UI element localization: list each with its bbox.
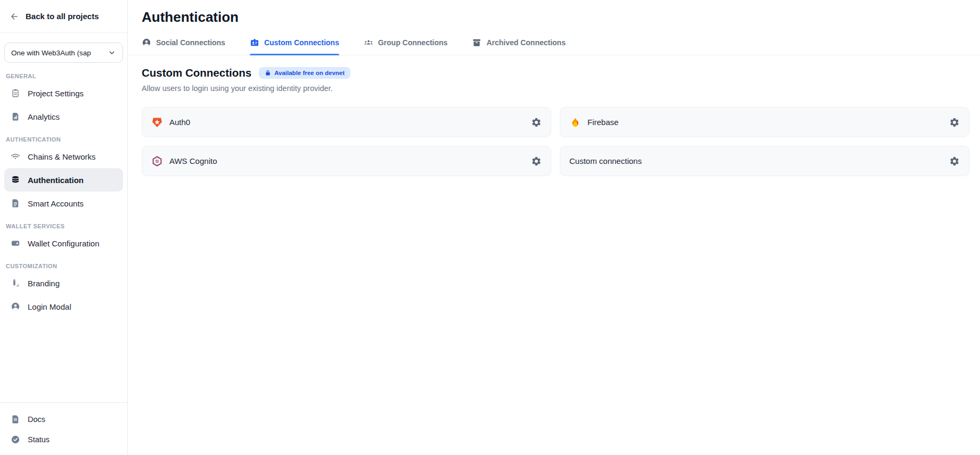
docs-icon [11,415,20,424]
tab-label: Archived Connections [486,38,566,47]
sidebar: Back to all projects One with Web3Auth (… [0,0,128,455]
sidebar-item-label: Authentication [28,176,84,185]
sidebar-item-login-modal[interactable]: Login Modal [4,295,123,318]
gear-icon[interactable] [949,156,960,167]
sidebar-item-chains-networks[interactable]: Chains & Networks [4,145,123,168]
user-circle-icon [11,302,20,311]
tab-label: Custom Connections [264,38,339,47]
sidebar-nav: GENERAL Project Settings Analytics AUTHE… [0,63,127,318]
sidebar-item-label: Status [28,435,50,444]
connection-card-firebase[interactable]: Firebase [560,107,969,137]
lock-icon [265,70,271,76]
connection-card-label: Firebase [587,118,618,127]
sidebar-item-wallet-configuration[interactable]: Wallet Configuration [4,231,123,255]
clipboard-icon [11,88,20,98]
sidebar-item-branding[interactable]: Branding [4,271,123,295]
connection-card-label: Auth0 [169,118,190,127]
sidebar-item-docs[interactable]: Docs [4,409,123,429]
connection-card-aws-cognito[interactable]: AWS Cognito [142,146,551,176]
section-label-customization: CUSTOMIZATION [6,263,123,269]
sidebar-item-analytics[interactable]: Analytics [4,105,123,128]
connection-card-label: AWS Cognito [169,156,217,166]
branding-icon [11,278,20,288]
sidebar-item-status[interactable]: Status [4,429,123,450]
auth0-logo [151,117,163,128]
section-subtitle: Allow users to login using your existing… [142,84,969,93]
section-heading: Custom Connections [142,67,251,79]
connections-grid: Auth0 Firebase [142,107,969,176]
tab-archived-connections[interactable]: Archived Connections [472,38,566,55]
tab-group-connections[interactable]: Group Connections [364,38,448,55]
page-title: Authentication [128,0,980,26]
project-selector-dropdown[interactable]: One with Web3Auth (sap [4,43,123,63]
tab-label: Group Connections [378,38,448,47]
sidebar-footer: Docs Status [0,402,127,455]
section-label-authentication: AUTHENTICATION [6,136,123,143]
sidebar-item-label: Docs [28,415,45,424]
app-window: Back to all projects One with Web3Auth (… [0,0,980,455]
person-circle-icon [142,38,151,47]
section-label-wallet-services: WALLET SERVICES [6,223,123,229]
connection-card-auth0[interactable]: Auth0 [142,107,551,137]
custom-connections-panel: Custom Connections Available free on dev… [128,55,980,176]
analytics-icon [11,112,20,121]
wallet-icon [11,238,20,248]
document-icon [11,198,20,208]
connection-card-custom[interactable]: Custom connections [560,146,969,176]
sidebar-item-project-settings[interactable]: Project Settings [4,81,123,105]
archive-icon [472,38,481,47]
main-content: Authentication Social Connections Custom… [128,0,980,455]
tab-bar: Social Connections Custom Connections Gr… [128,38,980,55]
group-icon [364,38,373,47]
devnet-badge: Available free on devnet [259,67,350,79]
project-selector-value: One with Web3Auth (sap [11,49,103,57]
back-to-projects-link[interactable]: Back to all projects [0,0,127,33]
sidebar-item-authentication[interactable]: Authentication [4,168,123,192]
wifi-icon [11,152,20,161]
tab-social-connections[interactable]: Social Connections [142,38,225,55]
check-circle-icon [11,435,20,444]
connection-card-label: Custom connections [569,156,642,166]
sidebar-item-label: Chains & Networks [28,152,96,161]
back-to-projects-label: Back to all projects [26,12,99,21]
chevron-down-icon [108,48,116,57]
sidebar-item-label: Project Settings [28,89,84,98]
devnet-badge-label: Available free on devnet [274,70,345,76]
sidebar-item-label: Login Modal [28,302,71,311]
sidebar-item-smart-accounts[interactable]: Smart Accounts [4,192,123,215]
gear-icon[interactable] [531,156,542,167]
firebase-logo [569,117,581,128]
gear-icon[interactable] [949,117,960,128]
arrow-left-icon [10,12,19,21]
section-label-general: GENERAL [6,73,123,79]
tab-label: Social Connections [156,38,225,47]
sidebar-item-label: Branding [28,279,60,288]
id-badge-icon [250,38,259,47]
aws-cognito-logo [151,155,163,167]
gear-icon[interactable] [531,117,542,128]
sidebar-item-label: Smart Accounts [28,199,84,208]
database-icon [11,175,20,185]
tab-custom-connections[interactable]: Custom Connections [250,38,339,55]
sidebar-item-label: Analytics [28,112,60,121]
sidebar-item-label: Wallet Configuration [28,239,100,248]
